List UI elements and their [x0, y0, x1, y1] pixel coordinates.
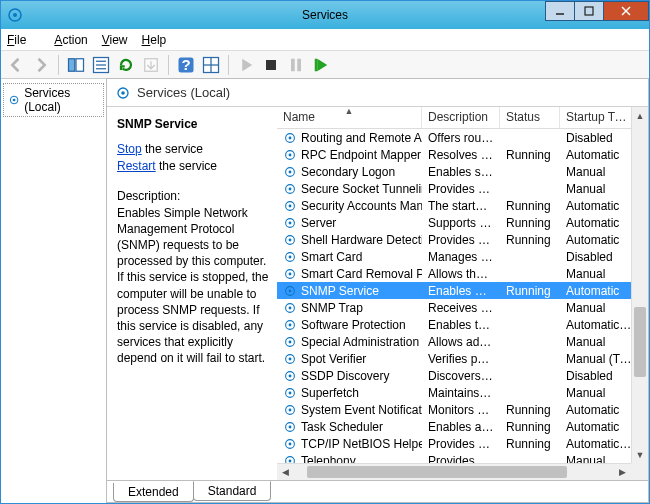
- svg-point-47: [289, 306, 292, 309]
- service-row[interactable]: SSDP DiscoveryDiscovers n...Disabled: [277, 367, 648, 384]
- toolbar: ?: [1, 51, 649, 79]
- cell-name: Superfetch: [277, 386, 422, 400]
- tree-root[interactable]: Services (Local): [3, 83, 104, 117]
- cell-startup: Manual: [560, 386, 638, 400]
- description-text: Enables Simple Network Management Protoc…: [117, 205, 269, 367]
- service-row[interactable]: Software ProtectionEnables the ...Automa…: [277, 316, 648, 333]
- scroll-right-icon[interactable]: ▶: [614, 464, 631, 480]
- cell-description: Supports fil...: [422, 216, 500, 230]
- service-row[interactable]: Special Administration Con...Allows adm.…: [277, 333, 648, 350]
- restart-service-button[interactable]: [310, 54, 332, 76]
- service-row[interactable]: ServerSupports fil...RunningAutomatic: [277, 214, 648, 231]
- cell-name: Secondary Logon: [277, 165, 422, 179]
- cell-status: Running: [500, 199, 560, 213]
- col-name[interactable]: Name▲: [277, 107, 422, 128]
- menu-action[interactable]: Action: [54, 33, 87, 47]
- service-row[interactable]: System Event Notification S...Monitors s…: [277, 401, 648, 418]
- col-description[interactable]: Description: [422, 107, 500, 128]
- stop-link[interactable]: Stop: [117, 142, 142, 156]
- back-button[interactable]: [5, 54, 27, 76]
- menu-file[interactable]: File: [7, 33, 40, 47]
- cell-startup: Disabled: [560, 369, 638, 383]
- service-row[interactable]: Security Accounts ManagerThe startup ...…: [277, 197, 648, 214]
- service-actions: Stop the service Restart the service: [117, 141, 269, 175]
- cell-description: Resolves RP...: [422, 148, 500, 162]
- service-row[interactable]: SuperfetchMaintains a...Manual: [277, 384, 648, 401]
- service-row[interactable]: Smart Card Removal PolicyAllows the s...…: [277, 265, 648, 282]
- cell-startup: Manual: [560, 267, 638, 281]
- cell-startup: Manual: [560, 165, 638, 179]
- service-row[interactable]: Secondary LogonEnables star...Manual: [277, 163, 648, 180]
- vertical-scrollbar[interactable]: ▲ ▼: [631, 107, 648, 463]
- service-row[interactable]: SNMP ServiceEnables Sim...RunningAutomat…: [277, 282, 648, 299]
- service-row[interactable]: Secure Socket Tunneling Pr...Provides su…: [277, 180, 648, 197]
- service-row[interactable]: Shell Hardware DetectionProvides no...Ru…: [277, 231, 648, 248]
- minimize-button[interactable]: [545, 1, 575, 21]
- service-row[interactable]: Routing and Remote AccessOffers routi...…: [277, 129, 648, 146]
- cell-name: SNMP Trap: [277, 301, 422, 315]
- help-button[interactable]: ?: [175, 54, 197, 76]
- refresh-button[interactable]: [115, 54, 137, 76]
- service-row[interactable]: SNMP TrapReceives tra...Manual: [277, 299, 648, 316]
- grid-view-button[interactable]: [200, 54, 222, 76]
- col-status[interactable]: Status: [500, 107, 560, 128]
- tab-extended[interactable]: Extended: [113, 483, 194, 502]
- service-row[interactable]: Spot VerifierVerifies pot...Manual (Trig…: [277, 350, 648, 367]
- service-row[interactable]: TCP/IP NetBIOS HelperProvides su...Runni…: [277, 435, 648, 452]
- restart-link[interactable]: Restart: [117, 159, 156, 173]
- service-row[interactable]: Task SchedulerEnables a us...RunningAuto…: [277, 418, 648, 435]
- view-tabs: Extended Standard: [107, 480, 648, 502]
- svg-point-45: [289, 289, 292, 292]
- maximize-button[interactable]: [574, 1, 604, 21]
- menu-help[interactable]: Help: [142, 33, 167, 47]
- hscroll-thumb[interactable]: [307, 466, 567, 478]
- cell-status: Running: [500, 148, 560, 162]
- scroll-left-icon[interactable]: ◀: [277, 464, 294, 480]
- svg-point-27: [289, 136, 292, 139]
- svg-point-39: [289, 238, 292, 241]
- svg-rect-19: [291, 58, 295, 71]
- svg-point-49: [289, 323, 292, 326]
- svg-text:?: ?: [181, 56, 190, 73]
- scroll-corner: [631, 463, 648, 480]
- svg-point-37: [289, 221, 292, 224]
- titlebar: Services: [1, 1, 649, 29]
- service-row[interactable]: Smart CardManages ac...Disabled: [277, 248, 648, 265]
- grid-header: Name▲ Description Status Startup Type: [277, 107, 648, 129]
- close-button[interactable]: [603, 1, 649, 21]
- show-hide-tree-button[interactable]: [65, 54, 87, 76]
- cell-description: Verifies pot...: [422, 352, 500, 366]
- cell-startup: Automatic: [560, 284, 638, 298]
- scroll-up-icon[interactable]: ▲: [632, 107, 648, 124]
- services-icon: [115, 85, 131, 101]
- vscroll-thumb[interactable]: [634, 307, 646, 377]
- properties-button[interactable]: [90, 54, 112, 76]
- forward-button[interactable]: [30, 54, 52, 76]
- cell-name: Task Scheduler: [277, 420, 422, 434]
- tab-standard[interactable]: Standard: [193, 481, 272, 501]
- sort-indicator-icon: ▲: [345, 107, 354, 116]
- export-button[interactable]: [140, 54, 162, 76]
- cell-description: Monitors sy...: [422, 403, 500, 417]
- cell-status: Running: [500, 437, 560, 451]
- scroll-down-icon[interactable]: ▼: [632, 446, 648, 463]
- cell-startup: Automatic: [560, 420, 638, 434]
- stop-service-button[interactable]: [260, 54, 282, 76]
- grid-body[interactable]: Routing and Remote AccessOffers routi...…: [277, 129, 648, 480]
- start-service-button[interactable]: [235, 54, 257, 76]
- pause-service-button[interactable]: [285, 54, 307, 76]
- cell-name: SNMP Service: [277, 284, 422, 298]
- menu-view[interactable]: View: [102, 33, 128, 47]
- service-row[interactable]: RPC Endpoint MapperResolves RP...Running…: [277, 146, 648, 163]
- cell-description: Provides no...: [422, 233, 500, 247]
- cell-name: Server: [277, 216, 422, 230]
- cell-name: Special Administration Con...: [277, 335, 422, 349]
- horizontal-scrollbar[interactable]: ◀ ▶: [277, 463, 631, 480]
- col-startup[interactable]: Startup Type: [560, 107, 638, 128]
- cell-startup: Manual: [560, 182, 638, 196]
- cell-startup: Manual: [560, 301, 638, 315]
- svg-point-41: [289, 255, 292, 258]
- cell-description: Provides su...: [422, 182, 500, 196]
- cell-name: Secure Socket Tunneling Pr...: [277, 182, 422, 196]
- cell-description: Allows the s...: [422, 267, 500, 281]
